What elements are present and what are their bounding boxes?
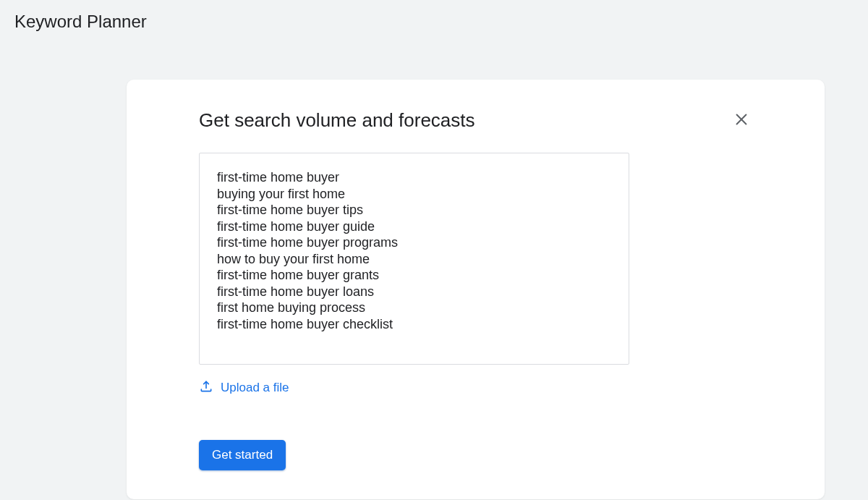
page-title: Keyword Planner [14, 12, 854, 32]
close-icon [733, 111, 749, 130]
forecast-card: Get search volume and forecasts first-ti… [127, 80, 825, 499]
close-button[interactable] [731, 109, 752, 132]
upload-file-label: Upload a file [221, 381, 289, 395]
keywords-input[interactable]: first-time home buyer buying your first … [199, 153, 629, 365]
upload-icon [199, 379, 213, 397]
get-started-button[interactable]: Get started [199, 440, 286, 470]
card-header: Get search volume and forecasts [199, 109, 752, 132]
card-title: Get search volume and forecasts [199, 109, 475, 132]
upload-file-link[interactable]: Upload a file [199, 379, 752, 397]
page-header: Keyword Planner [0, 0, 868, 43]
